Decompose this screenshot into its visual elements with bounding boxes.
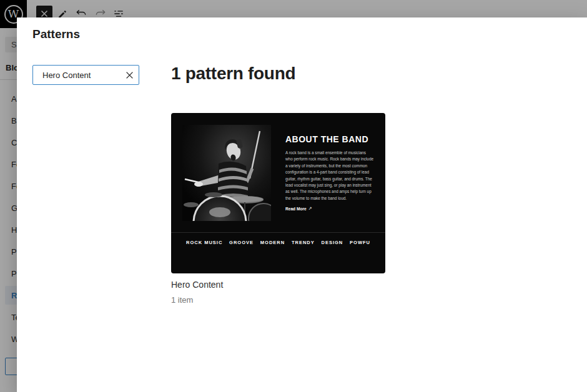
read-more-label: Read More [285, 207, 307, 211]
pattern-tag-row: ROCK MUSIC GROOVE MODERN TRENDY DESIGN P… [171, 240, 385, 245]
pattern-tag: MODERN [260, 240, 285, 245]
read-more-link: Read More ↗ [285, 206, 373, 211]
patterns-search-box [32, 65, 139, 85]
external-arrow-icon: ↗ [308, 206, 312, 211]
patterns-search-input[interactable] [33, 71, 120, 80]
drummer-photo [182, 125, 271, 221]
clear-search-icon [126, 71, 134, 79]
pattern-card-divider [171, 232, 385, 233]
pattern-tag: TRENDY [292, 240, 315, 245]
hero-paragraph: A rock band is a small ensemble of music… [285, 150, 373, 202]
pattern-hero-text: ABOUT THE BAND A rock band is a small en… [285, 125, 373, 221]
clear-search-button[interactable] [120, 66, 139, 84]
pattern-tag: POWFU [350, 240, 370, 245]
pattern-tag: ROCK MUSIC [186, 240, 222, 245]
pattern-tag: GROOVE [229, 240, 254, 245]
pattern-item-count: 1 item [171, 295, 193, 305]
pattern-preview-card[interactable]: ABOUT THE BAND A rock band is a small en… [171, 113, 385, 273]
pattern-hero-section: ABOUT THE BAND A rock band is a small en… [182, 125, 374, 221]
patterns-modal: Patterns 1 pattern found [17, 17, 587, 392]
hero-heading: ABOUT THE BAND [285, 134, 373, 144]
results-count-heading: 1 pattern found [171, 64, 295, 84]
pattern-tag: DESIGN [322, 240, 343, 245]
pattern-name-label: Hero Content [171, 280, 223, 290]
modal-title: Patterns [32, 27, 80, 41]
